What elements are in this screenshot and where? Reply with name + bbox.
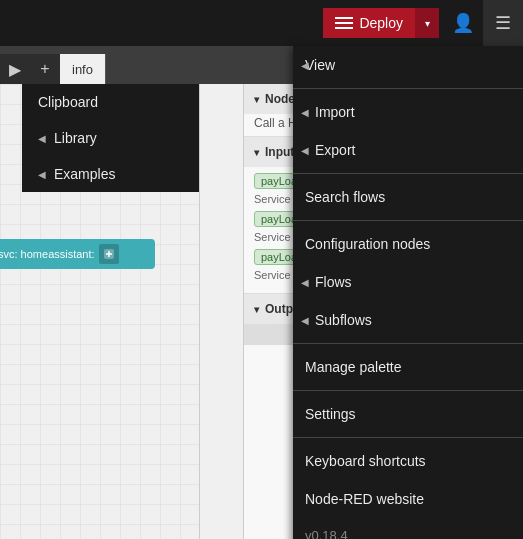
menu-item-configuration-nodes[interactable]: Configuration nodes: [293, 225, 523, 263]
settings-label: Settings: [305, 406, 356, 422]
version-text: v0.18.4: [305, 528, 348, 540]
node-section-title: Node: [265, 92, 295, 106]
divider-3: [293, 220, 523, 221]
library-label: Library: [54, 130, 97, 146]
view-label: View: [305, 57, 335, 73]
menu-item-subflows[interactable]: ◀ Subflows: [293, 301, 523, 339]
subflows-arrow-icon: ◀: [301, 315, 309, 326]
search-flows-label: Search flows: [305, 189, 385, 205]
divider-4: [293, 343, 523, 344]
arrow-icon: ▶: [9, 60, 21, 79]
header: Deploy ▾ 👤 ☰: [0, 0, 523, 46]
deploy-icon: [335, 17, 353, 29]
outputs-section-title: Outp: [265, 302, 293, 316]
library-arrow-icon: ◀: [38, 133, 46, 144]
node-chevron-icon: ▾: [254, 94, 259, 105]
menu-item-node-red-website[interactable]: Node-RED website: [293, 480, 523, 518]
examples-label: Examples: [54, 166, 115, 182]
tab-arrow-button[interactable]: ▶: [0, 54, 30, 84]
sidebar-library[interactable]: ◀ Library: [22, 120, 200, 156]
manage-palette-label: Manage palette: [305, 359, 402, 375]
menu-item-search-flows[interactable]: Search flows: [293, 178, 523, 216]
view-arrow-icon: ◀: [301, 60, 309, 71]
import-label: Import: [315, 104, 355, 120]
export-label: Export: [315, 142, 355, 158]
keyboard-shortcuts-label: Keyboard shortcuts: [305, 453, 426, 469]
deploy-label: Deploy: [359, 15, 403, 31]
divider-5: [293, 390, 523, 391]
menu-item-keyboard-shortcuts[interactable]: Keyboard shortcuts: [293, 442, 523, 480]
export-arrow-icon: ◀: [301, 145, 309, 156]
user-icon: 👤: [452, 12, 474, 34]
deploy-button[interactable]: Deploy: [323, 8, 415, 38]
deploy-caret-button[interactable]: ▾: [415, 8, 439, 38]
flows-label: Flows: [315, 274, 352, 290]
divider-2: [293, 173, 523, 174]
tab-add-button[interactable]: +: [30, 54, 60, 84]
tab-info[interactable]: info: [60, 54, 106, 84]
menu-item-settings[interactable]: Settings: [293, 395, 523, 433]
sidebar-examples[interactable]: ◀ Examples: [22, 156, 200, 192]
node-homeassistant[interactable]: svc: homeassistant:: [0, 239, 155, 269]
version-label: v0.18.4: [293, 518, 523, 539]
node-red-website-label: Node-RED website: [305, 491, 424, 507]
inputs-chevron-icon: ▾: [254, 147, 259, 158]
tab-info-label: info: [72, 62, 93, 77]
node-label: svc: homeassistant:: [0, 248, 95, 260]
outputs-chevron-icon: ▾: [254, 304, 259, 315]
left-panel: svc: homeassistant: Clipboard ◀ Library …: [0, 84, 200, 539]
divider-6: [293, 437, 523, 438]
configuration-nodes-label: Configuration nodes: [305, 236, 430, 252]
import-arrow-icon: ◀: [301, 107, 309, 118]
divider-1: [293, 88, 523, 89]
clipboard-label: Clipboard: [38, 94, 98, 110]
deploy-group: Deploy ▾: [323, 8, 439, 38]
node-symbol-icon: [103, 248, 115, 260]
menu-item-manage-palette[interactable]: Manage palette: [293, 348, 523, 386]
plus-icon: +: [40, 60, 49, 78]
examples-arrow-icon: ◀: [38, 169, 46, 180]
hamburger-menu-button[interactable]: ☰: [483, 0, 523, 46]
menu-item-import[interactable]: ◀ Import: [293, 93, 523, 131]
subflows-label: Subflows: [315, 312, 372, 328]
sidebar-clipboard[interactable]: Clipboard: [22, 84, 200, 120]
menu-item-flows[interactable]: ◀ Flows: [293, 263, 523, 301]
flows-arrow-icon: ◀: [301, 277, 309, 288]
sidebar-dropdown: Clipboard ◀ Library ◀ Examples: [22, 84, 200, 192]
menu-icon: ☰: [495, 12, 511, 34]
menu-item-export[interactable]: ◀ Export: [293, 131, 523, 169]
main-dropdown-menu: ◀ View ◀ Import ◀ Export Search flows Co…: [293, 46, 523, 539]
node-icon: [99, 244, 119, 264]
menu-item-view[interactable]: ◀ View: [293, 46, 523, 84]
user-button[interactable]: 👤: [443, 0, 483, 46]
